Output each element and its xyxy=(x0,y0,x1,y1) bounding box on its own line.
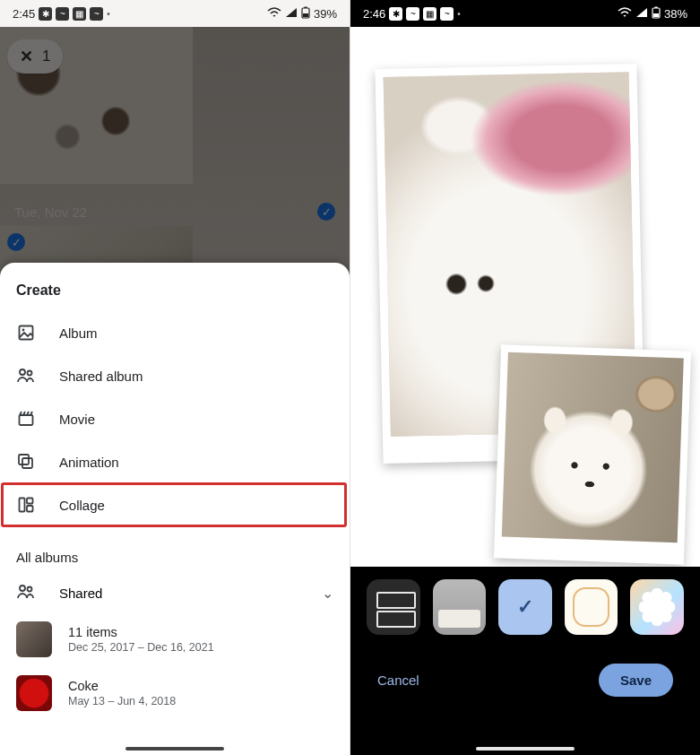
messenger2-icon: ~ xyxy=(440,7,454,21)
battery-percent: 39% xyxy=(314,7,337,21)
collage-icon xyxy=(16,495,36,515)
album-thumbnail xyxy=(16,675,52,711)
calendar-icon: ▦ xyxy=(73,7,86,21)
menu-item-animation[interactable]: Animation xyxy=(0,440,350,483)
close-icon[interactable]: ✕ xyxy=(20,47,33,66)
slack-icon: ✱ xyxy=(39,7,52,21)
shared-icon xyxy=(16,583,36,603)
photo-content xyxy=(502,352,684,543)
album-row-shared[interactable]: Shared ⌄ xyxy=(0,574,350,612)
svg-rect-7 xyxy=(20,415,33,425)
cancel-button[interactable]: Cancel xyxy=(377,673,419,688)
album-icon xyxy=(16,323,36,343)
svg-rect-12 xyxy=(27,506,33,512)
statusbar: 2:46 ✱ ~ ▦ ~ • 38% xyxy=(350,0,700,27)
svg-rect-9 xyxy=(22,458,32,468)
shared-icon xyxy=(16,366,36,386)
style-option-flower[interactable] xyxy=(630,579,684,635)
selected-check-icon[interactable]: ✓ xyxy=(7,233,25,251)
menu-item-label: Animation xyxy=(59,455,119,470)
menu-item-album[interactable]: Album xyxy=(0,311,350,354)
messenger-icon: ~ xyxy=(406,7,419,21)
cell-signal-icon xyxy=(635,7,648,21)
movie-icon xyxy=(16,409,36,429)
menu-item-shared-album[interactable]: Shared album xyxy=(0,354,350,397)
screen-collage-editor: 2:46 ✱ ~ ▦ ~ • 38% xyxy=(350,0,700,755)
album-subtitle: May 13 – Jun 4, 2018 xyxy=(68,695,176,707)
svg-point-6 xyxy=(28,371,32,376)
slack-icon: ✱ xyxy=(389,7,402,21)
menu-item-collage[interactable]: Collage xyxy=(2,483,346,526)
wifi-icon xyxy=(618,7,632,21)
statusbar: 2:45 ✱ ~ ▦ ~ • 39% xyxy=(0,0,350,27)
add-to-sheet: Create Album Shared album Movie Animatio… xyxy=(0,263,350,755)
album-row[interactable]: Coke May 13 – Jun 4, 2018 xyxy=(0,666,350,720)
album-title: 11 items xyxy=(68,625,214,639)
all-albums-title: All albums xyxy=(0,539,350,574)
battery-percent: 38% xyxy=(664,7,687,21)
cell-signal-icon xyxy=(285,7,298,21)
collage-style-picker xyxy=(350,579,700,635)
album-thumbnail xyxy=(16,621,52,657)
menu-item-movie[interactable]: Movie xyxy=(0,397,350,440)
selection-count: 1 xyxy=(42,48,50,65)
nav-handle[interactable] xyxy=(476,747,575,751)
album-row[interactable]: 11 items Dec 25, 2017 – Dec 16, 2021 xyxy=(0,612,350,666)
animation-icon xyxy=(16,452,36,472)
style-option-rounded-white[interactable] xyxy=(565,579,618,635)
collage-photo-2[interactable] xyxy=(494,344,691,564)
battery-icon xyxy=(301,6,310,22)
svg-rect-16 xyxy=(654,6,657,8)
menu-item-label: Album xyxy=(59,325,98,341)
messenger-icon: ~ xyxy=(56,7,69,21)
svg-rect-2 xyxy=(303,13,308,17)
album-subtitle: Dec 25, 2017 – Dec 16, 2021 xyxy=(68,641,214,654)
collage-canvas[interactable] xyxy=(350,27,700,594)
style-option-muted[interactable] xyxy=(433,579,487,635)
menu-item-label: Collage xyxy=(59,498,105,513)
svg-point-4 xyxy=(22,329,25,332)
svg-rect-11 xyxy=(27,499,33,504)
style-option-two-stack[interactable] xyxy=(367,579,420,635)
svg-point-5 xyxy=(20,369,25,375)
battery-icon xyxy=(652,6,661,22)
calendar-icon: ▦ xyxy=(423,7,436,21)
create-section-title: Create xyxy=(0,282,350,311)
date-header-row[interactable]: Tue, Nov 22 ✓ xyxy=(0,194,350,230)
screen-photos-selection: 2:45 ✱ ~ ▦ ~ • 39% ✕ 1 Tue, Nov 22 ✓ xyxy=(0,0,350,755)
status-time: 2:46 xyxy=(363,7,385,21)
wifi-icon xyxy=(267,7,281,21)
svg-point-14 xyxy=(28,587,32,592)
svg-rect-17 xyxy=(653,13,659,17)
save-button[interactable]: Save xyxy=(599,664,673,697)
selection-pill[interactable]: ✕ 1 xyxy=(7,39,63,74)
notification-dot-icon: • xyxy=(107,9,110,19)
svg-rect-8 xyxy=(19,455,29,464)
menu-item-label: Shared album xyxy=(59,369,143,384)
menu-item-label: Movie xyxy=(59,412,95,427)
collage-bottom-bar: Cancel Save xyxy=(350,567,700,755)
album-title: Coke xyxy=(68,679,176,693)
status-time: 2:45 xyxy=(13,7,35,21)
messenger2-icon: ~ xyxy=(90,7,103,21)
notification-dot-icon: • xyxy=(457,9,461,19)
svg-point-13 xyxy=(20,586,25,591)
date-header-label: Tue, Nov 22 xyxy=(14,204,87,220)
select-all-check-icon[interactable]: ✓ xyxy=(317,203,335,221)
shared-row-label: Shared xyxy=(59,586,102,601)
nav-handle[interactable] xyxy=(125,747,224,751)
svg-rect-1 xyxy=(304,6,307,8)
chevron-down-icon[interactable]: ⌄ xyxy=(322,585,333,602)
style-option-polaroid-selected[interactable] xyxy=(498,579,552,635)
svg-rect-10 xyxy=(20,499,25,512)
